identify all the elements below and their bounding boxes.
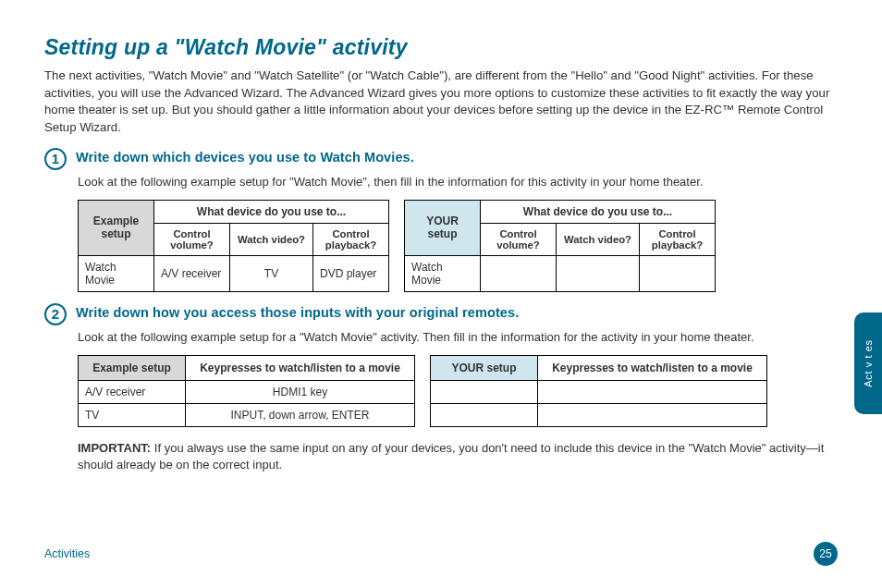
example-row-volume: A/V receiver bbox=[154, 255, 230, 291]
step-1-number-icon: 1 bbox=[44, 148, 67, 170]
keypresses-header: Keypresses to watch/listen to a movie bbox=[186, 355, 415, 380]
your-col-control-volume: Control volume? bbox=[481, 223, 557, 255]
example-setup-header: Example setup bbox=[79, 200, 154, 255]
your-row-volume-input[interactable] bbox=[481, 255, 557, 291]
your-col-watch-video: Watch video? bbox=[557, 223, 640, 255]
step-1-heading: Write down which devices you use to Watc… bbox=[76, 150, 414, 165]
example-row-name: Watch Movie bbox=[79, 255, 154, 291]
your-setup-header: YOUR setup bbox=[405, 200, 481, 255]
your2-row2-name-input[interactable] bbox=[431, 403, 538, 426]
example-setup-header-2: Example setup bbox=[79, 355, 186, 380]
side-tab-label: Act v t es bbox=[863, 339, 874, 386]
important-text: If you always use the same input on any … bbox=[78, 441, 824, 472]
important-note: IMPORTANT: If you always use the same in… bbox=[78, 440, 838, 473]
step-2-tables: Example setup Keypresses to watch/listen… bbox=[78, 355, 838, 427]
example-row-video: TV bbox=[230, 255, 313, 291]
page-title: Setting up a "Watch Movie" activity bbox=[44, 35, 838, 60]
what-device-header: What device do you use to... bbox=[154, 200, 389, 223]
example2-row1-val: HDMI1 key bbox=[186, 380, 415, 403]
example2-row2-name: TV bbox=[79, 403, 186, 426]
step-2-heading: Write down how you access those inputs w… bbox=[76, 305, 519, 320]
your2-row1-name-input[interactable] bbox=[431, 380, 538, 403]
your2-row2-val-input[interactable] bbox=[538, 403, 767, 426]
col-control-playback: Control playback? bbox=[313, 223, 389, 255]
step-2-your-table: YOUR setup Keypresses to watch/listen to… bbox=[430, 355, 767, 427]
page-number: 25 bbox=[814, 542, 838, 566]
step-1-your-table: YOUR setup What device do you use to... … bbox=[404, 200, 716, 292]
step-1: 1 Write down which devices you use to Wa… bbox=[44, 150, 838, 170]
your-keypresses-header: Keypresses to watch/listen to a movie bbox=[538, 355, 767, 380]
example2-row2-val: INPUT, down arrow, ENTER bbox=[186, 403, 415, 426]
col-watch-video: Watch video? bbox=[230, 223, 313, 255]
step-2-example-table: Example setup Keypresses to watch/listen… bbox=[78, 355, 415, 427]
your2-row1-val-input[interactable] bbox=[538, 380, 767, 403]
your-setup-header-2: YOUR setup bbox=[431, 355, 538, 380]
example2-row1-name: A/V receiver bbox=[79, 380, 186, 403]
step-1-tables: Example setup What device do you use to.… bbox=[78, 200, 838, 292]
footer-section-label: Activities bbox=[44, 547, 90, 560]
side-tab-activities[interactable]: Act v t es bbox=[854, 312, 882, 414]
step-2-body: Look at the following example setup for … bbox=[78, 329, 838, 346]
your-col-control-playback: Control playback? bbox=[640, 223, 716, 255]
important-label: IMPORTANT: bbox=[78, 441, 151, 455]
page-footer: Activities 25 bbox=[44, 542, 838, 566]
example-row-playback: DVD player bbox=[313, 255, 389, 291]
col-control-volume: Control volume? bbox=[154, 223, 230, 255]
intro-paragraph: The next activities, "Watch Movie" and "… bbox=[44, 67, 838, 137]
step-1-body: Look at the following example setup for … bbox=[78, 174, 838, 190]
step-1-example-table: Example setup What device do you use to.… bbox=[78, 200, 389, 292]
step-2-number-icon: 2 bbox=[44, 303, 67, 325]
your-row-playback-input[interactable] bbox=[640, 255, 716, 291]
step-2: 2 Write down how you access those inputs… bbox=[44, 305, 838, 325]
your-row-name: Watch Movie bbox=[405, 255, 481, 291]
your-what-device-header: What device do you use to... bbox=[481, 200, 716, 223]
your-row-video-input[interactable] bbox=[557, 255, 640, 291]
